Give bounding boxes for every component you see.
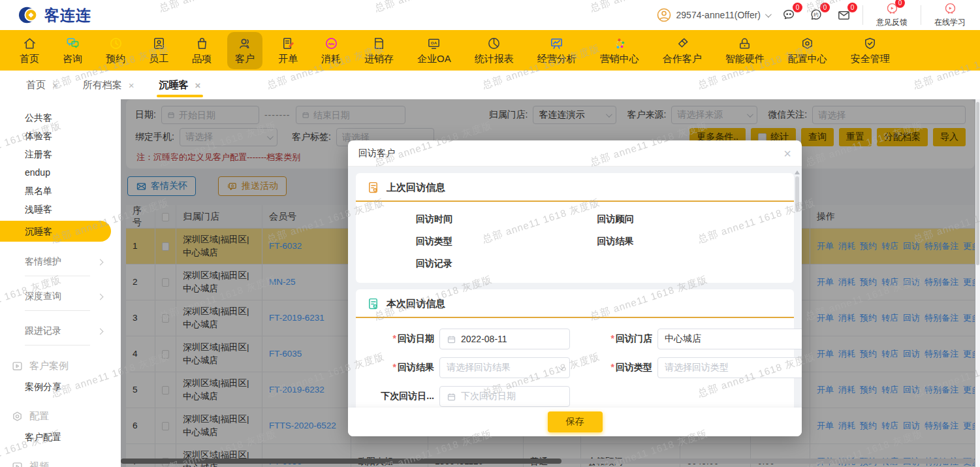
nav-item-analysis[interactable]: 经营分析 xyxy=(530,32,584,69)
nav-label: 营销中心 xyxy=(600,53,639,65)
vertical-scrollbar-thumb[interactable] xyxy=(976,102,979,265)
nav-item-home[interactable]: 首页 xyxy=(12,32,47,69)
chat-icon xyxy=(65,36,80,51)
logo-text: 客连连 xyxy=(44,5,91,25)
wechat-messages-button[interactable]: 0 xyxy=(780,7,797,23)
last-visit-title: 上次回访信息 xyxy=(387,182,445,194)
staff-badge-icon xyxy=(151,36,166,51)
close-icon[interactable]: × xyxy=(195,80,201,91)
divider xyxy=(921,5,921,25)
next-visit-date-input[interactable]: 下次回访日期 xyxy=(439,386,570,407)
close-icon[interactable]: × xyxy=(52,80,58,91)
tab-sleeping-customers[interactable]: 沉睡客 × xyxy=(159,71,201,99)
close-icon[interactable]: × xyxy=(783,147,791,160)
tab-home[interactable]: 首页 × xyxy=(26,71,58,99)
visit-result-select[interactable]: 请选择回访结果 xyxy=(439,357,570,378)
sidebar-item-customer-config[interactable]: 客户配置 xyxy=(0,428,121,446)
scroll-up-arrow-icon[interactable] xyxy=(795,170,800,174)
modal-scrollbar-thumb[interactable] xyxy=(795,176,799,212)
tab-label: 所有档案 xyxy=(83,79,122,91)
sidebar-item-public[interactable]: 公共客 xyxy=(0,108,121,127)
sidebar-item-blacklist[interactable]: 黑名单 xyxy=(0,182,121,200)
learning-label: 在线学习 xyxy=(934,17,966,28)
nav-item-inventory[interactable]: 进销存 xyxy=(356,32,402,69)
sidebar-item-trial[interactable]: 体验客 xyxy=(0,127,121,145)
tab-label: 沉睡客 xyxy=(159,79,189,91)
visit-store-select[interactable]: 中心城店 xyxy=(657,329,802,349)
chevron-down-icon xyxy=(765,11,772,18)
sidebar-item-customer-care[interactable]: 客情维护 xyxy=(0,252,121,272)
nav-item-customer[interactable]: 客户 xyxy=(227,32,262,69)
visit-date-input[interactable]: 2022-08-11 xyxy=(439,329,570,349)
nav-item-oa[interactable]: OA 企业OA xyxy=(409,32,459,69)
sidebar-item-case-share[interactable]: 案例分享 xyxy=(0,378,121,396)
oa-monitor-icon: OA xyxy=(426,36,441,51)
nav-label: 预约 xyxy=(106,53,125,65)
sidebar-item-light-sleep[interactable]: 浅睡客 xyxy=(0,200,121,218)
nav-item-items[interactable]: 品项 xyxy=(184,32,219,69)
nav-label: 经营分析 xyxy=(537,53,577,65)
nav-label: 开单 xyxy=(278,53,298,65)
nav-item-consume[interactable]: 消耗 xyxy=(313,32,349,69)
nav-label: 消耗 xyxy=(321,53,341,65)
nav-item-staff[interactable]: 员工 xyxy=(141,32,176,69)
analysis-board-icon xyxy=(549,36,564,51)
nav-item-reports[interactable]: 统计报表 xyxy=(467,32,522,69)
main-nav: 首页 咨询 预约 员工 品项 客户 开单 消耗 进销存 OA 企业OA 统计报表 xyxy=(0,30,980,71)
visit-type-placeholder: 请选择回访类型 xyxy=(665,362,729,374)
customer-icon xyxy=(238,36,253,51)
clock-icon xyxy=(108,36,123,51)
nav-label: 客户 xyxy=(235,53,255,65)
visit-type-select[interactable]: 请选择回访类型 xyxy=(657,357,802,378)
header: 客连连 29574-anne11(Offer) 0 约 0 0 0 意见反馈 xyxy=(0,0,980,30)
modal-footer: 保存 xyxy=(348,408,802,436)
chevron-right-icon xyxy=(97,259,104,265)
nav-item-security[interactable]: 安全管理 xyxy=(843,32,898,69)
last-visit-type-label: 回访类型 xyxy=(416,236,597,248)
inventory-doc-icon xyxy=(371,36,387,51)
mail-messages-button[interactable]: 0 xyxy=(835,7,852,23)
app-logo[interactable]: 客连连 xyxy=(18,4,91,26)
visit-result-placeholder: 请选择回访结果 xyxy=(447,362,511,374)
sidebar-item-follow-records[interactable]: 跟进记录 xyxy=(0,321,121,341)
feedback-button[interactable]: 0 意见反馈 xyxy=(874,2,910,28)
learning-button[interactable]: 在线学习 xyxy=(932,2,968,28)
user-menu[interactable]: 29574-anne11(Offer) xyxy=(656,7,770,23)
save-button[interactable]: 保存 xyxy=(548,411,603,432)
visit-store-value: 中心城店 xyxy=(665,333,701,345)
nav-label: 员工 xyxy=(149,53,168,65)
pie-chart-icon xyxy=(486,36,501,51)
tab-label: 首页 xyxy=(26,79,46,91)
appointment-badge: 0 xyxy=(820,3,830,12)
close-icon[interactable]: × xyxy=(129,80,134,91)
nav-item-partners[interactable]: 合作客户 xyxy=(655,32,710,69)
nav-item-consult[interactable]: 咨询 xyxy=(55,32,90,69)
sidebar-group-label: 视频 xyxy=(29,460,49,467)
nav-item-hardware[interactable]: 智能硬件 xyxy=(718,32,772,69)
feedback-label: 意见反馈 xyxy=(876,17,908,28)
visit-result-label: *回访结果 xyxy=(371,362,434,374)
nav-item-marketing[interactable]: 营销中心 xyxy=(592,32,647,69)
tab-all-archives[interactable]: 所有档案 × xyxy=(83,71,134,99)
sidebar-item-registered[interactable]: 注册客 xyxy=(0,145,121,163)
sidebar-item-endup[interactable]: endup xyxy=(0,163,121,182)
feedback-badge: 0 xyxy=(895,0,905,8)
chevron-right-icon xyxy=(97,328,104,334)
last-visit-record-label: 回访记录 xyxy=(416,258,597,270)
logo-icon xyxy=(18,4,40,26)
svg-text:A: A xyxy=(374,305,377,308)
next-visit-date-label: 下次回访日... xyxy=(371,391,434,402)
sidebar-item-deep-sleep[interactable]: 沉睡客 xyxy=(0,221,111,242)
nav-item-config-center[interactable]: 配置中心 xyxy=(780,32,835,69)
wechat-badge: 0 xyxy=(793,3,802,12)
appointment-messages-button[interactable]: 约 0 xyxy=(808,7,825,23)
nav-item-appointment[interactable]: 预约 xyxy=(98,32,133,69)
video-icon xyxy=(12,461,23,467)
nav-item-billing[interactable]: 开单 xyxy=(270,32,306,69)
shield-check-icon xyxy=(862,36,877,51)
sidebar-item-deep-query[interactable]: 深度查询 xyxy=(0,287,121,306)
divider xyxy=(25,310,90,311)
config-icon xyxy=(12,411,23,422)
svg-text:约: 约 xyxy=(814,12,818,18)
calendar-icon xyxy=(447,392,456,402)
